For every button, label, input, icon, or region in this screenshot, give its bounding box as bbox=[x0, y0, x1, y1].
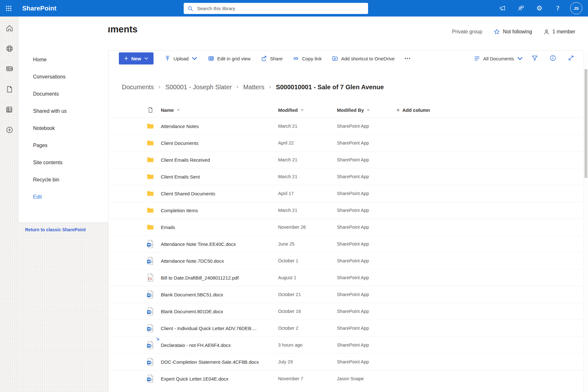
file-name[interactable]: Attendance Note Time.EE40C.docx bbox=[161, 241, 278, 247]
return-to-classic-link[interactable]: Return to classic SharePoint bbox=[25, 227, 108, 232]
folder-icon bbox=[147, 207, 154, 213]
file-name[interactable]: DOC-Completion Statement-Sale.4CF8B.docx bbox=[161, 359, 278, 365]
table-row[interactable]: Completion ItemsMarch 21SharePoint App bbox=[108, 202, 583, 219]
table-row[interactable]: Client Emails ReceivedMarch 21SharePoint… bbox=[108, 151, 583, 168]
file-name[interactable]: Attendance Note.7DC50.docx bbox=[161, 258, 278, 264]
rail-document-button[interactable] bbox=[5, 85, 14, 95]
members-button[interactable]: 1 member bbox=[544, 29, 575, 35]
rail-news-button[interactable] bbox=[5, 65, 14, 74]
sort-chevron-icon bbox=[301, 108, 304, 112]
table-row[interactable]: WDeclarataio - not FH.AE6F4.docx3 hours … bbox=[108, 336, 583, 353]
sidebar-edit-link[interactable]: Edit bbox=[33, 188, 108, 206]
file-name[interactable]: Expert Quick Letter.1E04E.docx bbox=[161, 376, 278, 382]
column-header-modified[interactable]: Modified bbox=[278, 107, 337, 113]
view-selector-button[interactable]: All Documents bbox=[474, 55, 523, 62]
command-label: Add shortcut to OneDrive bbox=[341, 56, 394, 61]
modified-by: SharePoint App bbox=[337, 258, 396, 263]
breadcrumb-item[interactable]: S00001 - Joseph Slater bbox=[165, 84, 232, 91]
table-row[interactable]: Client Emails SentMarch 21SharePoint App bbox=[108, 168, 583, 185]
table-row[interactable]: EmailsNovember 26SharePoint App bbox=[108, 219, 583, 235]
view-selector-label: All Documents bbox=[483, 56, 514, 61]
table-row[interactable]: Bill to Date.DraftBill_2408011212.pdfAug… bbox=[108, 269, 583, 286]
breadcrumb-item[interactable]: Documents bbox=[122, 84, 154, 91]
table-row[interactable]: Attendance NotesMarch 21SharePoint App bbox=[108, 118, 583, 134]
search-input[interactable] bbox=[196, 5, 364, 11]
copy-link-button[interactable]: Copy link bbox=[293, 55, 322, 62]
suite-bar: SharePoint ⚙? JS bbox=[0, 0, 588, 17]
table-row[interactable]: WAttendance Note Time.EE40C.docxJune 25S… bbox=[108, 235, 583, 252]
add-shortcut-to-onedrive-button[interactable]: Add shortcut to OneDrive bbox=[332, 55, 394, 62]
document-icon bbox=[5, 85, 14, 93]
breadcrumb-item: S000010001 - Sale of 7 Glen Avenue bbox=[276, 84, 384, 91]
file-name[interactable]: Client Emails Sent bbox=[161, 174, 278, 179]
file-name[interactable]: Declarataio - not FH.AE6F4.docx bbox=[161, 342, 278, 348]
expand-button[interactable] bbox=[568, 55, 574, 63]
follow-button[interactable]: Not following bbox=[494, 29, 532, 35]
table-row[interactable]: Client Shared DocumentsApril 17SharePoin… bbox=[108, 185, 583, 202]
rail-list-button[interactable] bbox=[5, 105, 14, 115]
file-name[interactable]: Blank Document.5BC51.docx bbox=[161, 292, 278, 297]
more-commands-button[interactable] bbox=[404, 55, 411, 62]
table-row[interactable]: WBlank Document.801DE.docxOctober 16Shar… bbox=[108, 303, 583, 320]
modified-by: Jason Snape bbox=[337, 376, 396, 381]
sidebar-item-shared-with-us[interactable]: Shared with us bbox=[33, 103, 108, 120]
app-launcher-button[interactable] bbox=[0, 0, 17, 17]
add-column-button[interactable]: Add column bbox=[396, 107, 583, 113]
sidebar-item-site-contents[interactable]: Site contents bbox=[33, 154, 108, 171]
sidebar-item-pages[interactable]: Pages bbox=[33, 137, 108, 154]
sidebar-item-documents[interactable]: Documents bbox=[33, 85, 108, 103]
sidebar-item-recycle-bin[interactable]: Recycle bin bbox=[33, 171, 108, 188]
file-name[interactable]: Blank Document.801DE.docx bbox=[161, 309, 278, 314]
file-name[interactable]: Client Documents bbox=[161, 140, 278, 146]
table-row[interactable]: WAttendance Note.7DC50.docxOctober 1Shar… bbox=[108, 252, 583, 269]
rail-globe-button[interactable] bbox=[5, 44, 14, 54]
feedback-button[interactable] bbox=[512, 0, 530, 17]
file-name[interactable]: Attendance Notes bbox=[161, 124, 278, 129]
word-file-icon: W bbox=[147, 290, 154, 299]
folder-cell bbox=[140, 140, 161, 146]
folder-icon bbox=[147, 140, 154, 146]
share-button[interactable]: Share bbox=[261, 55, 283, 62]
svg-text:W: W bbox=[147, 378, 150, 381]
help-button[interactable]: ? bbox=[549, 0, 567, 17]
table-row[interactable]: Client DocumentsApril 22SharePoint App bbox=[108, 134, 583, 151]
sidebar-item-conversations[interactable]: Conversations bbox=[33, 68, 108, 85]
new-button[interactable]: New bbox=[119, 52, 154, 64]
upload-button[interactable]: Upload bbox=[164, 55, 198, 62]
folder-cell bbox=[140, 224, 161, 230]
file-name[interactable]: Bill to Date.DraftBill_2408011212.pdf bbox=[161, 275, 278, 280]
file-name[interactable]: Emails bbox=[161, 225, 278, 230]
table-row[interactable]: WBlank Document.5BC51.docxOctober 21Shar… bbox=[108, 286, 583, 303]
table-row[interactable]: WExpert Quick Letter.1E04E.docxNovember … bbox=[108, 370, 583, 387]
filter-button[interactable] bbox=[531, 55, 538, 63]
table-row[interactable]: WDOC-Completion Statement-Sale.4CF8B.doc… bbox=[108, 353, 583, 370]
edit-in-grid-view-button[interactable]: Edit in grid view bbox=[208, 55, 250, 62]
column-header-modified-by[interactable]: Modified By bbox=[337, 107, 396, 113]
folder-cell bbox=[140, 123, 161, 129]
file-name[interactable]: Client Shared Documents bbox=[161, 191, 278, 196]
sidebar-item-home[interactable]: Home bbox=[33, 51, 108, 68]
info-button[interactable] bbox=[550, 55, 556, 63]
expand-icon bbox=[568, 55, 574, 61]
file-name[interactable]: Client - Individual Quick Letter ADV.76D… bbox=[161, 326, 278, 331]
app-title: SharePoint bbox=[22, 5, 57, 12]
scrollbar-thumb[interactable] bbox=[585, 69, 587, 178]
sidebar-item-notebook[interactable]: Notebook bbox=[33, 120, 108, 137]
modified-by: SharePoint App bbox=[337, 342, 396, 348]
help-icon: ? bbox=[556, 5, 560, 11]
table-row[interactable]: WClient - Individual Quick Letter ADV.76… bbox=[108, 320, 583, 336]
modified-date: April 22 bbox=[278, 140, 337, 145]
account-avatar[interactable]: JS bbox=[570, 2, 582, 14]
settings-button[interactable]: ⚙ bbox=[530, 0, 549, 17]
rail-home-button[interactable] bbox=[5, 24, 14, 34]
column-header-name[interactable]: Name bbox=[161, 107, 278, 113]
vertical-scrollbar[interactable] bbox=[584, 51, 588, 392]
rail-add-button[interactable] bbox=[5, 126, 14, 135]
file-name[interactable]: Client Emails Received bbox=[161, 157, 278, 163]
site-navigation: HomeConversationsDocumentsShared with us… bbox=[19, 17, 108, 222]
announcements-button[interactable] bbox=[493, 0, 512, 17]
file-name[interactable]: Completion Items bbox=[161, 208, 278, 213]
breadcrumb-item[interactable]: Matters bbox=[243, 84, 264, 91]
word-cell: W bbox=[140, 257, 161, 265]
link-icon bbox=[293, 55, 299, 62]
